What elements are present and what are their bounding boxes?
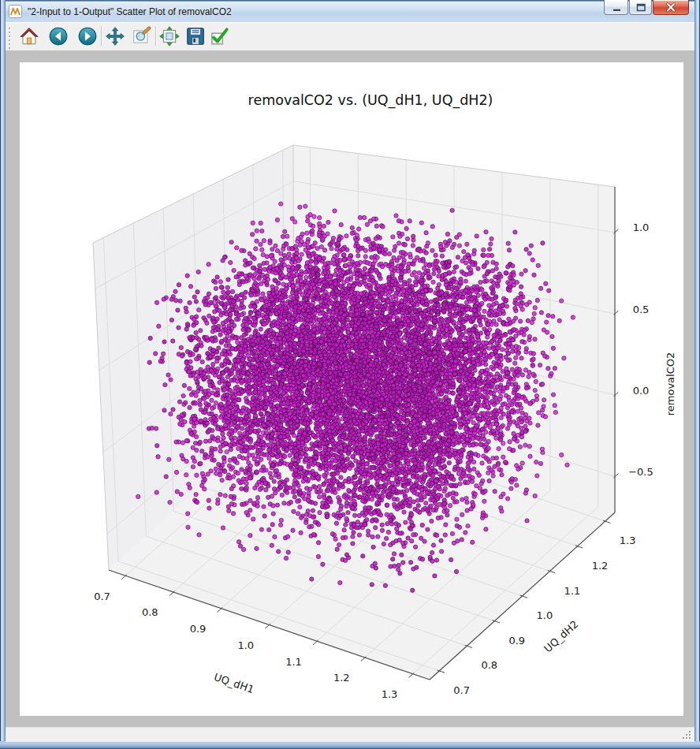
z-tick-label: 0.5 [633, 304, 650, 315]
y-tick-label: 0.7 [453, 684, 470, 696]
pan-arrows-icon [105, 26, 125, 47]
home-icon [19, 26, 39, 47]
z-axis-label: removalCO2 [665, 352, 676, 416]
close-button[interactable] [653, 0, 689, 15]
x-tick-label: 0.7 [94, 591, 110, 602]
x-tick-label: 1.0 [237, 639, 254, 651]
forward-button[interactable] [76, 24, 99, 48]
plot-title: removalCO2 vs. (UQ_dH1, UQ_dH2) [248, 92, 493, 109]
x-tick-label: 1.2 [333, 672, 350, 684]
figure-area: 0.70.80.91.01.11.21.30.70.80.91.01.11.21… [6, 50, 694, 727]
subplots-icon [159, 26, 180, 47]
toolbar [6, 22, 694, 51]
zoom-button[interactable] [130, 24, 154, 48]
maximize-button[interactable] [629, 0, 652, 15]
minimize-button[interactable] [604, 0, 628, 15]
pan-button[interactable] [103, 24, 127, 48]
home-button[interactable] [17, 24, 41, 48]
window-controls [603, 0, 689, 17]
y-tick-label: 1.3 [620, 535, 636, 546]
window-title: "2-Input to 1-Output" Scatter Plot of re… [28, 6, 232, 17]
x-tick-label: 1.3 [382, 688, 398, 700]
window-border-left [0, 0, 6, 749]
close-icon [661, 1, 680, 14]
z-tick-label: 1.0 [633, 222, 650, 233]
window-border-bottom [0, 741, 700, 749]
toolbar-separator [101, 26, 102, 46]
toolbar-grip [9, 28, 10, 53]
save-floppy-icon [185, 26, 206, 47]
back-button[interactable] [47, 24, 70, 48]
scatter3d-plot: 0.70.80.91.01.11.21.30.70.80.91.01.11.21… [20, 62, 683, 716]
y-tick-label: 1.1 [564, 585, 581, 597]
x-tick-label: 0.8 [142, 606, 158, 618]
resize-grip-icon[interactable] [682, 730, 692, 740]
save-button[interactable] [184, 24, 207, 48]
window-border-right [694, 0, 700, 749]
title-bar[interactable]: "2-Input to 1-Output" Scatter Plot of re… [6, 2, 694, 23]
minimize-icon [607, 1, 626, 14]
forward-arrow-icon [77, 26, 98, 47]
y-axis-label: UQ_dH2 [542, 618, 580, 654]
y-tick-label: 0.8 [481, 659, 497, 671]
figure-canvas[interactable]: 0.70.80.91.01.11.21.30.70.80.91.01.11.21… [20, 62, 683, 716]
x-tick-label: 0.9 [190, 623, 207, 635]
app-window: { "window": { "title": "\"2-Input to 1-O… [0, 0, 700, 749]
status-bar [6, 727, 694, 742]
configure-subplots-button[interactable] [158, 24, 181, 48]
z-tick-label: −0.5 [628, 466, 653, 478]
y-tick-label: 0.9 [508, 635, 525, 647]
maximize-icon [631, 1, 650, 14]
x-tick-label: 1.1 [285, 656, 302, 668]
y-tick-label: 1.0 [537, 609, 553, 621]
z-tick-label: 0.0 [633, 385, 650, 397]
zoom-to-rect-icon [132, 26, 152, 47]
toolbar-separator [155, 26, 156, 46]
y-tick-label: 1.2 [592, 560, 609, 572]
back-arrow-icon [48, 26, 69, 47]
green-check-icon [209, 26, 229, 47]
x-axis-label: UQ_dH1 [213, 671, 256, 695]
matplotlib-logo-icon[interactable] [9, 5, 22, 18]
confirm-button[interactable] [207, 24, 231, 48]
